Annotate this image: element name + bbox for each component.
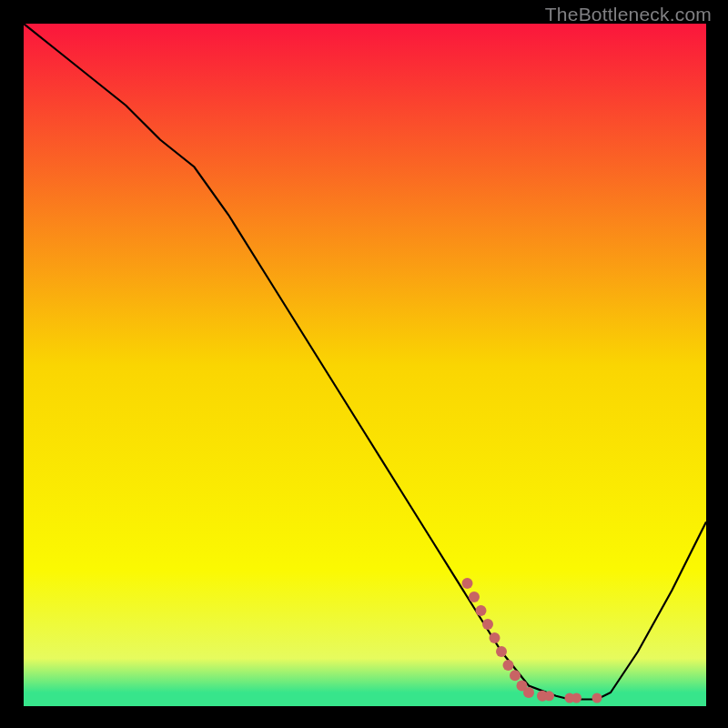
- marker-dot: [490, 632, 500, 643]
- marker-dot: [592, 693, 602, 703]
- marker-dot: [476, 605, 487, 616]
- chart-stage: TheBottleneck.com: [0, 0, 728, 728]
- plot-area: [24, 24, 706, 706]
- marker-dot: [571, 693, 581, 703]
- marker-dot: [462, 578, 473, 589]
- marker-dot: [544, 691, 554, 701]
- watermark-text: TheBottleneck.com: [545, 4, 712, 25]
- marker-dot: [510, 670, 521, 681]
- gradient-background: [24, 24, 706, 706]
- chart-svg: [24, 24, 706, 706]
- marker-dot: [503, 660, 514, 671]
- marker-dot: [469, 592, 480, 602]
- marker-dot: [482, 619, 493, 630]
- marker-dot: [523, 687, 534, 698]
- marker-dot: [496, 646, 507, 657]
